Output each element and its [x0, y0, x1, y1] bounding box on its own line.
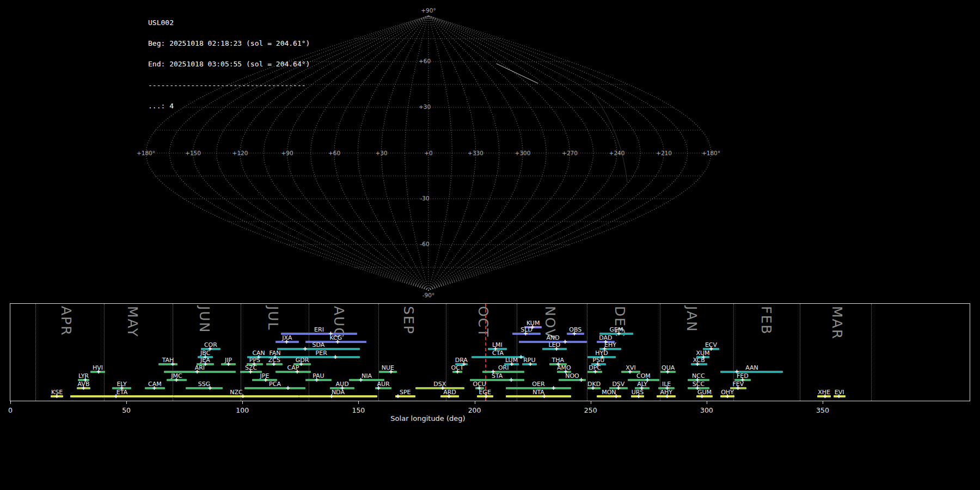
shower-code-AND: AND — [546, 335, 559, 341]
shower-peak-marker-CAP: + — [295, 369, 299, 375]
shower-peak-marker-SSG: + — [208, 385, 212, 391]
shower-peak-marker-XCB: + — [695, 361, 699, 367]
month-label-may: MAY — [125, 306, 140, 338]
x-axis-title: Solar longitude (deg) — [390, 414, 465, 422]
shower-code-ORI: ORI — [498, 365, 509, 371]
shower-peak-marker-OBS: + — [572, 330, 576, 337]
month-label-apr: APR — [58, 306, 74, 336]
shower-peak-marker-ZCS: + — [272, 361, 275, 367]
month-boundary-line — [309, 304, 309, 401]
x-axis-tick — [358, 401, 359, 404]
shower-peak-marker-CTA: + — [519, 354, 523, 360]
shower-peak-marker-EVI: + — [837, 393, 841, 400]
shower-peak-marker-JMC: + — [174, 377, 178, 383]
meteor-count: ...: 4 — [148, 103, 310, 110]
sky-longitude-label: +270 — [562, 150, 578, 156]
observation-info: USL002 Beg: 20251018 02:18:23 (sol = 204… — [148, 5, 310, 117]
shower-peak-marker-GUM: + — [700, 393, 704, 400]
month-boundary-line — [241, 304, 241, 401]
shower-peak-marker-NOO: + — [579, 377, 583, 383]
sky-latitude-label: -90° — [422, 292, 434, 298]
shower-code-ERI: ERI — [314, 327, 324, 333]
sky-longitude-label: +150 — [185, 150, 201, 156]
sky-latitude-label: -30 — [420, 195, 429, 201]
shower-peak-marker-CAM: + — [152, 385, 156, 391]
shower-peak-marker-GDR: + — [299, 361, 303, 367]
shower-peak-marker-ETA: + — [114, 393, 118, 400]
sky-longitude-label: +60 — [328, 150, 340, 156]
meteor-radiant-app: { "info": { "station": "USL002", "beg": … — [0, 0, 980, 490]
sky-longitude-label: +300 — [515, 150, 531, 156]
shower-code-NOO: NOO — [565, 373, 579, 379]
month-boundary-line — [173, 304, 173, 401]
sky-latitude-label: -60 — [420, 241, 429, 247]
shower-peak-marker-SPE: + — [396, 393, 400, 400]
sky-longitude-label: +120 — [232, 150, 248, 156]
shower-peak-marker-SDA: + — [303, 346, 307, 352]
x-axis-tick-label: 0 — [8, 406, 13, 414]
sky-latitude-label: +30 — [419, 103, 431, 110]
x-axis-tick — [475, 401, 475, 404]
sky-longitude-label: +330 — [468, 150, 483, 156]
x-axis-tick-label: 200 — [468, 406, 481, 414]
x-axis-tick-label: 50 — [122, 406, 131, 414]
shower-peak-marker-AND: + — [563, 339, 567, 345]
shower-peak-marker-JXA: + — [285, 339, 289, 345]
meteor-trail — [592, 93, 627, 182]
end-time: End: 20251018 03:05:55 (sol = 204.64°) — [148, 61, 310, 68]
shower-peak-marker-AHY: + — [665, 393, 669, 400]
x-axis-tick — [707, 401, 707, 404]
shower-peak-marker-JPE: + — [264, 377, 267, 383]
sky-longitude-label: +210 — [656, 150, 672, 156]
shower-peak-marker-SZC: + — [249, 369, 253, 375]
shower-peak-marker-DKD: + — [591, 385, 595, 391]
shower-code-ETA: ETA — [117, 389, 127, 395]
shower-code-PCA: PCA — [269, 381, 281, 387]
shower-peak-marker-LEO: + — [554, 346, 558, 352]
month-label-sep: SEP — [401, 306, 416, 335]
shower-peak-marker-URS: + — [636, 393, 640, 400]
shower-peak-marker-PCA: + — [286, 385, 290, 391]
shower-peak-marker-GEM: + — [617, 330, 621, 337]
shower-peak-marker-MON: + — [614, 393, 618, 400]
shower-code-CTA: CTA — [492, 350, 504, 356]
shower-peak-marker-XVI: + — [628, 369, 632, 375]
shower-code-SPE: SPE — [400, 389, 411, 395]
shower-peak-marker-JIP: + — [226, 361, 230, 367]
shower-code-STA: STA — [492, 373, 503, 379]
sky-longitude-label: +180° — [137, 150, 155, 156]
x-axis-tick — [823, 401, 823, 404]
x-axis-tick-label: 300 — [700, 406, 713, 414]
begin-time: Beg: 20251018 02:18:23 (sol = 204.61°) — [148, 40, 310, 47]
x-axis-tick — [10, 401, 11, 404]
shower-peak-marker-NUE: + — [389, 369, 393, 375]
shower-peak-marker-OER: + — [552, 385, 555, 391]
shower-code-NIA: NIA — [362, 373, 372, 379]
x-axis-tick — [242, 401, 243, 404]
sky-latitude-label: +90° — [421, 7, 436, 14]
month-boundary-line — [35, 304, 36, 401]
sky-latitude-label: +60 — [419, 58, 431, 64]
sky-longitude-label: +90 — [281, 150, 293, 156]
shower-peak-marker-PAU: + — [315, 377, 318, 383]
shower-peak-marker-ARI: + — [195, 369, 199, 375]
shower-peak-marker-FEV: + — [736, 385, 740, 391]
shower-peak-marker-XHE: + — [823, 393, 827, 400]
station-id: USL002 — [148, 20, 310, 27]
shower-peak-marker-TAH: + — [171, 361, 175, 367]
month-label-mar: MAR — [829, 306, 845, 340]
shower-code-OER: OER — [532, 381, 544, 387]
shower-code-PER: PER — [316, 350, 327, 356]
month-label-feb: FEB — [758, 306, 774, 335]
month-boundary-line — [517, 304, 517, 401]
shower-peak-marker-QUA: + — [666, 369, 670, 375]
shower-timeline-plot: Solar longitude (deg) APRMAYJUNJULAUGSEP… — [10, 303, 970, 401]
x-axis-tick-label: 150 — [352, 406, 365, 414]
shower-peak-marker-HVI: + — [96, 369, 100, 375]
shower-peak-marker-LUM: + — [510, 361, 513, 367]
x-axis-tick-label: 250 — [584, 406, 597, 414]
sky-longitude-label: +0 — [424, 150, 432, 156]
shower-peak-marker-NDA: + — [329, 393, 333, 400]
shower-peak-marker-RPU: + — [528, 361, 532, 367]
sky-longitude-label: +30 — [375, 150, 387, 156]
